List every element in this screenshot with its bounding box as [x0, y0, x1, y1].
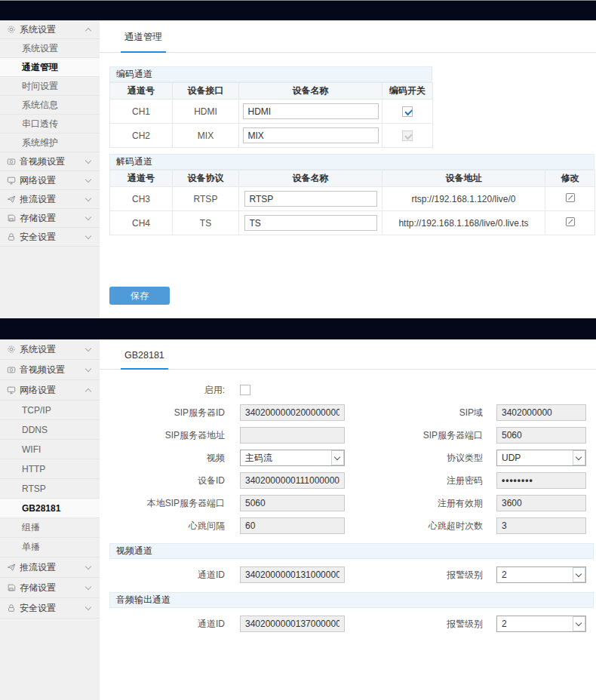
device-name-input[interactable] — [244, 191, 377, 207]
col-modify: 修改 — [545, 170, 595, 187]
chevron-down-icon — [85, 157, 91, 163]
sidebar-item-ddns[interactable]: DDNS — [0, 420, 100, 440]
sidebar-group-stream-settings[interactable]: 推流设置 — [0, 557, 100, 578]
sidebar-item-unicast[interactable]: 单播 — [0, 538, 100, 557]
table-row: CH2 MIX — [110, 124, 433, 148]
device-address: rtsp://192.168.1.120/live/0 — [382, 187, 545, 211]
audio-alarm-level-select[interactable]: 2 — [496, 616, 586, 632]
content-area: GB28181 启用: SIP服务器ID SIP域 SIP服务器地址 — [100, 339, 596, 700]
sidebar-group-security-settings[interactable]: 安全设置 — [0, 228, 100, 247]
enable-checkbox[interactable] — [240, 385, 250, 395]
lock-icon — [6, 232, 16, 242]
channel-number: CH1 — [110, 100, 173, 124]
sidebar-item-time-settings[interactable]: 时间设置 — [0, 77, 100, 96]
device-name-input[interactable] — [243, 103, 379, 119]
edit-button[interactable] — [545, 187, 595, 211]
col-device-name: 设备名称 — [239, 83, 382, 100]
tab-bar: GB28181 — [100, 339, 596, 370]
sidebar-group-av-settings[interactable]: 音视频设置 — [0, 360, 100, 380]
video-alarm-level-label: 报警级别 — [345, 569, 496, 582]
heartbeat-timeout-input[interactable] — [496, 517, 586, 534]
sidebar-group-security-settings[interactable]: 安全设置 — [0, 598, 100, 619]
heartbeat-timeout-label: 心跳超时次数 — [345, 520, 496, 533]
device-name-input[interactable] — [244, 215, 377, 231]
protocol-type-select[interactable]: UDP — [496, 450, 586, 466]
sip-domain-input[interactable] — [496, 404, 586, 421]
chevron-down-icon — [85, 195, 91, 201]
chevron-down-icon — [85, 603, 91, 609]
save-button[interactable]: 保存 — [109, 287, 170, 305]
video-stream-select[interactable]: 主码流 — [240, 450, 345, 466]
heartbeat-interval-input[interactable] — [240, 517, 345, 534]
device-address: http://192.168.1.168/live/0.live.ts — [382, 211, 545, 235]
sidebar-item-serial-passthrough[interactable]: 串口透传 — [0, 115, 100, 134]
chevron-down-icon — [573, 450, 585, 465]
col-device-protocol: 设备协议 — [173, 170, 239, 187]
sidebar-group-storage-settings[interactable]: 存储设置 — [0, 578, 100, 598]
sip-server-address-label: SIP服务器地址 — [100, 429, 240, 442]
chevron-down-icon — [85, 176, 91, 182]
device-id-input[interactable] — [240, 472, 345, 489]
decode-channel-table: 通道号 设备协议 设备名称 设备地址 修改 CH3 RTSP rtsp://19… — [109, 170, 595, 235]
sidebar-item-system-settings[interactable]: 系统设置 — [0, 39, 100, 58]
sidebar-item-http[interactable]: HTTP — [0, 459, 100, 479]
audio-channel-id-label: 通道ID — [100, 618, 240, 631]
video-label: 视频 — [100, 452, 240, 465]
encode-channel-section-title: 编码通道 — [109, 66, 432, 82]
table-row: CH4 TS http://192.168.1.168/live/0.live.… — [110, 211, 595, 235]
encode-switch-checkbox[interactable] — [402, 106, 413, 117]
edit-button[interactable] — [545, 211, 595, 235]
sidebar-group-network-settings[interactable]: 网络设置 — [0, 380, 100, 401]
table-header-row: 通道号 设备接口 设备名称 编码开关 — [110, 83, 433, 100]
tab-channel-management[interactable]: 通道管理 — [121, 20, 166, 53]
sidebar-item-multicast[interactable]: 组播 — [0, 518, 100, 538]
chevron-down-icon — [85, 583, 91, 589]
chevron-down-icon — [573, 567, 585, 582]
camera-icon — [6, 157, 16, 167]
sidebar-group-av-settings[interactable]: 音视频设置 — [0, 152, 100, 171]
sidebar-group-system-settings[interactable]: 系统设置 — [0, 20, 100, 39]
device-interface: HDMI — [173, 100, 239, 124]
sip-server-port-input[interactable] — [496, 427, 586, 444]
audio-output-channel-section-title: 音频输出通道 — [109, 592, 594, 608]
channel-number: CH2 — [110, 124, 173, 148]
tab-gb28181[interactable]: GB28181 — [121, 339, 168, 370]
audio-channel-id-input[interactable] — [240, 616, 345, 632]
local-sip-port-input[interactable] — [240, 495, 345, 511]
sidebar-item-channel-management[interactable]: 通道管理 — [0, 58, 100, 77]
top-header-bar — [0, 318, 596, 339]
col-channel-number: 通道号 — [110, 170, 173, 187]
sidebar-group-stream-settings[interactable]: 推流设置 — [0, 190, 100, 209]
sip-server-id-input[interactable] — [240, 404, 345, 421]
chevron-down-icon — [573, 616, 585, 631]
channel-number: CH3 — [110, 187, 173, 211]
sidebar-item-system-maintenance[interactable]: 系统维护 — [0, 134, 100, 152]
sip-server-address-input[interactable] — [240, 427, 345, 444]
audio-alarm-level-label: 报警级别 — [345, 618, 496, 631]
video-alarm-level-select[interactable]: 2 — [496, 566, 586, 583]
sidebar-group-system-settings[interactable]: 系统设置 — [0, 339, 100, 360]
sidebar-item-system-info[interactable]: 系统信息 — [0, 96, 100, 115]
protocol-type-label: 协议类型 — [345, 452, 496, 465]
device-name-input[interactable] — [243, 127, 379, 143]
register-validity-input[interactable] — [496, 495, 586, 511]
sidebar-item-wifi[interactable]: WIFI — [0, 440, 100, 459]
col-device-address: 设备地址 — [382, 170, 545, 187]
content-area: 通道管理 编码通道 通道号 设备接口 设备名称 编码开关 CH1 HDMI — [100, 20, 596, 318]
lock-icon — [6, 603, 16, 613]
device-interface: MIX — [173, 124, 239, 148]
sidebar-item-rtsp[interactable]: RTSP — [0, 479, 100, 499]
chevron-down-icon — [85, 365, 91, 371]
sip-server-id-label: SIP服务器ID — [100, 407, 240, 419]
register-password-input[interactable] — [496, 472, 586, 489]
video-channel-id-input[interactable] — [240, 566, 345, 583]
sidebar-item-tcpip[interactable]: TCP/IP — [0, 401, 100, 420]
chevron-up-icon — [85, 388, 91, 394]
sip-domain-label: SIP域 — [345, 407, 496, 419]
sidebar-group-storage-settings[interactable]: 存储设置 — [0, 209, 100, 228]
chevron-down-icon — [331, 450, 344, 465]
sidebar-group-network-settings[interactable]: 网络设置 — [0, 171, 100, 190]
col-device-name: 设备名称 — [239, 170, 382, 187]
sidebar-item-gb28181[interactable]: GB28181 — [0, 499, 100, 518]
encode-channel-table: 通道号 设备接口 设备名称 编码开关 CH1 HDMI CH2 MIX — [109, 82, 433, 148]
